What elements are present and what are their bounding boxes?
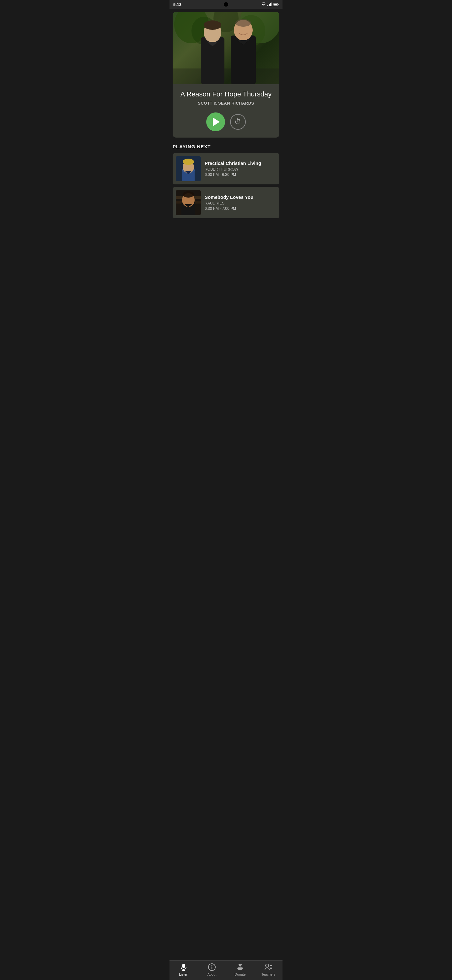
clock-icon: ⏱ xyxy=(235,118,241,126)
play-icon xyxy=(213,118,220,126)
program-name-2: Somebody Loves You xyxy=(205,194,276,200)
svg-rect-1 xyxy=(269,4,270,6)
svg-rect-6 xyxy=(274,3,277,5)
thumb-robert xyxy=(176,156,201,181)
hero-info: A Reason For Hope Thursday SCOTT & SEAN … xyxy=(173,84,279,138)
program-name-1: Practical Christian Living xyxy=(205,161,276,166)
battery-icon xyxy=(273,3,279,6)
play-button[interactable] xyxy=(206,113,225,131)
program-info-1: Practical Christian Living ROBERT FURROW… xyxy=(205,161,276,177)
svg-rect-2 xyxy=(270,3,271,6)
hero-card: A Reason For Hope Thursday SCOTT & SEAN … xyxy=(173,12,279,138)
svg-rect-3 xyxy=(271,3,272,6)
svg-point-22 xyxy=(183,159,194,165)
show-title: A Reason For Hope Thursday xyxy=(178,90,274,99)
camera-notch xyxy=(224,2,228,6)
content-wrap: A Reason For Hope Thursday SCOTT & SEAN … xyxy=(170,12,282,259)
svg-point-18 xyxy=(235,19,251,27)
raul-ries-image xyxy=(176,190,201,215)
program-time-2: 6:30 PM - 7:00 PM xyxy=(205,206,276,211)
status-bar: 5:13 xyxy=(170,0,282,9)
thumb-raul xyxy=(176,190,201,215)
svg-rect-0 xyxy=(267,5,268,6)
section-title: PLAYING NEXT xyxy=(173,144,279,149)
hero-image xyxy=(173,12,279,84)
schedule-button[interactable]: ⏱ xyxy=(230,114,246,130)
program-host-1: ROBERT FURROW xyxy=(205,167,276,172)
program-time-1: 6:00 PM - 6:30 PM xyxy=(205,172,276,177)
wifi-icon xyxy=(261,3,266,6)
show-host: SCOTT & SEAN RICHARDS xyxy=(178,101,274,105)
program-host-2: RAUL RIES xyxy=(205,201,276,205)
playing-next-section: PLAYING NEXT xyxy=(170,138,282,224)
robert-furrow-image xyxy=(176,156,201,181)
program-thumb-1 xyxy=(176,156,201,181)
svg-point-15 xyxy=(204,21,221,30)
signal-icon xyxy=(267,3,272,6)
program-card-1[interactable]: Practical Christian Living ROBERT FURROW… xyxy=(173,153,279,185)
player-controls: ⏱ xyxy=(178,113,274,131)
program-info-2: Somebody Loves You RAUL RIES 6:30 PM - 7… xyxy=(205,194,276,211)
svg-rect-5 xyxy=(278,4,279,5)
program-thumb-2 xyxy=(176,190,201,215)
svg-point-28 xyxy=(183,191,194,197)
hero-figures xyxy=(173,12,279,84)
status-icons xyxy=(261,3,279,6)
program-card-2[interactable]: Somebody Loves You RAUL RIES 6:30 PM - 7… xyxy=(173,187,279,218)
status-time: 5:13 xyxy=(173,2,181,7)
svg-rect-12 xyxy=(173,68,279,84)
